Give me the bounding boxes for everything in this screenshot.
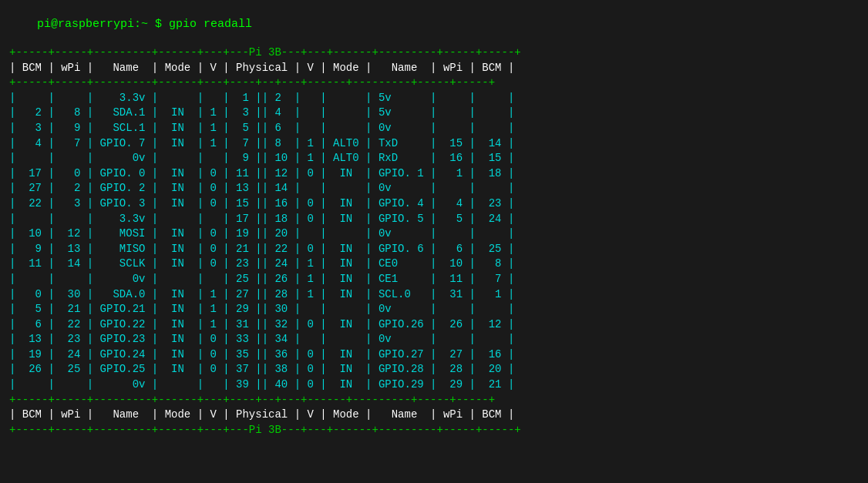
prompt-user: pi@raspberrypi:~ $ gpio readall (37, 18, 252, 31)
gpio-output: +-----+-----+---------+------+---+---Pi … (6, 45, 862, 438)
terminal-window: pi@raspberrypi:~ $ gpio readall +-----+-… (0, 0, 868, 442)
command-prompt: pi@raspberrypi:~ $ gpio readall (6, 5, 862, 44)
